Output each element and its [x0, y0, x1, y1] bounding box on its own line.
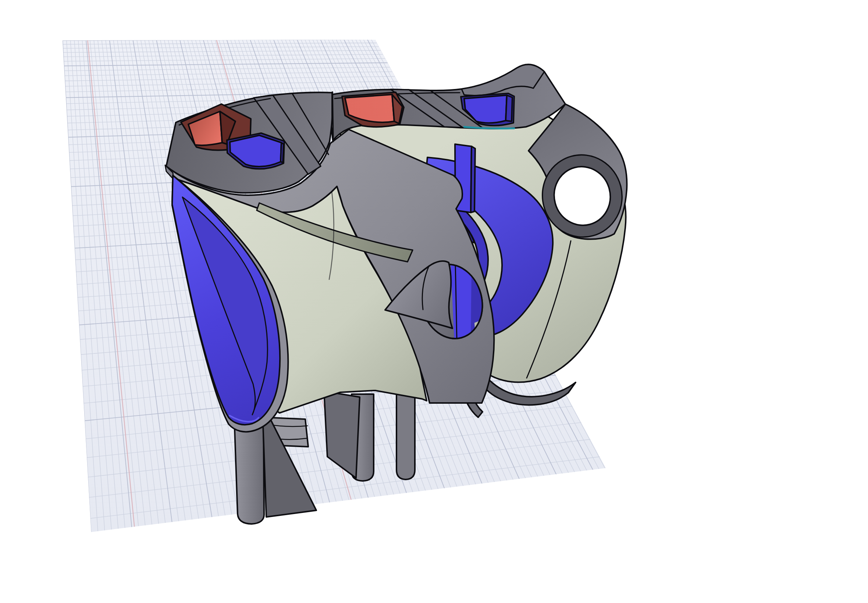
cad-viewport[interactable]: Organic two-lobe bracket solid with pock… [0, 0, 868, 603]
viewport-3d-canvas[interactable] [0, 0, 868, 603]
